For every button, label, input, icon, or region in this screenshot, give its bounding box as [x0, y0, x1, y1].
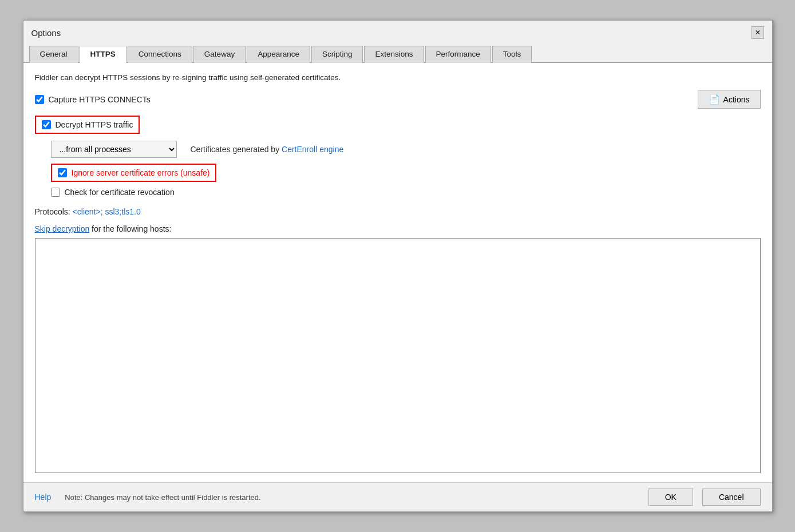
- capture-https-checkbox[interactable]: [35, 95, 44, 104]
- description-text: Fiddler can decrypt HTTPS sessions by re…: [35, 73, 761, 82]
- tab-connections[interactable]: Connections: [128, 46, 192, 63]
- capture-https-row[interactable]: Capture HTTPS CONNECTs: [35, 95, 151, 104]
- ignore-cert-box: Ignore server certificate errors (unsafe…: [51, 164, 217, 182]
- cert-info-text: Certificates generated by CertEnroll eng…: [191, 145, 344, 154]
- protocols-value[interactable]: <client>; ssl3;tls1.0: [73, 207, 141, 216]
- check-revocation-checkbox[interactable]: [51, 188, 60, 197]
- decrypt-https-row[interactable]: Decrypt HTTPS traffic: [42, 120, 133, 129]
- ignore-cert-checkbox[interactable]: [58, 168, 67, 177]
- ignore-cert-label: Ignore server certificate errors (unsafe…: [72, 168, 210, 177]
- decrypt-https-checkbox[interactable]: [42, 120, 51, 129]
- hosts-textarea-container: [35, 238, 761, 473]
- window-title: Options: [31, 28, 61, 38]
- footer-note: Note: Changes may not take effect until …: [65, 493, 639, 502]
- actions-label: Actions: [723, 95, 750, 104]
- tab-extensions[interactable]: Extensions: [364, 46, 424, 63]
- tab-performance[interactable]: Performance: [425, 46, 491, 63]
- protocols-row: Protocols: <client>; ssl3;tls1.0: [35, 207, 761, 216]
- decrypt-https-label: Decrypt HTTPS traffic: [56, 120, 133, 129]
- check-revocation-label-row[interactable]: Check for certificate revocation: [51, 188, 175, 197]
- tab-tools[interactable]: Tools: [492, 46, 532, 63]
- help-link[interactable]: Help: [35, 493, 52, 502]
- actions-button[interactable]: 📄 Actions: [698, 90, 761, 109]
- process-dropdown-row: ...from all processes ...from browsers o…: [51, 141, 761, 158]
- tab-https[interactable]: HTTPS: [80, 46, 126, 63]
- tab-appearance[interactable]: Appearance: [247, 46, 310, 63]
- skip-decryption-row: Skip decryption for the following hosts:: [35, 224, 761, 233]
- decrypt-https-box: Decrypt HTTPS traffic: [35, 116, 140, 134]
- hosts-textarea[interactable]: [35, 238, 761, 473]
- ok-button[interactable]: OK: [648, 489, 693, 506]
- cancel-button[interactable]: Cancel: [702, 489, 761, 506]
- check-revocation-row: Check for certificate revocation: [51, 188, 761, 197]
- actions-icon: 📄: [709, 94, 720, 105]
- check-revocation-label: Check for certificate revocation: [65, 188, 175, 197]
- tab-scripting[interactable]: Scripting: [311, 46, 363, 63]
- title-bar: Options ✕: [23, 21, 772, 39]
- main-content: Fiddler can decrypt HTTPS sessions by re…: [23, 63, 772, 482]
- footer: Help Note: Changes may not take effect u…: [23, 482, 772, 511]
- certenroll-link[interactable]: CertEnroll engine: [282, 145, 343, 154]
- options-window: Options ✕ General HTTPS Connections Gate…: [23, 20, 773, 512]
- ignore-cert-row[interactable]: Ignore server certificate errors (unsafe…: [58, 168, 210, 177]
- capture-https-label: Capture HTTPS CONNECTs: [49, 95, 151, 104]
- protocols-label: Protocols:: [35, 207, 70, 216]
- process-select[interactable]: ...from all processes ...from browsers o…: [51, 141, 177, 158]
- tab-general[interactable]: General: [29, 46, 78, 63]
- cert-info-static: Certificates generated by: [191, 145, 280, 154]
- skip-decryption-link[interactable]: Skip decryption: [35, 224, 90, 233]
- tab-bar: General HTTPS Connections Gateway Appear…: [23, 41, 772, 63]
- skip-decryption-text2: for the following hosts:: [92, 224, 171, 233]
- tab-gateway[interactable]: Gateway: [193, 46, 246, 63]
- close-button[interactable]: ✕: [752, 26, 764, 39]
